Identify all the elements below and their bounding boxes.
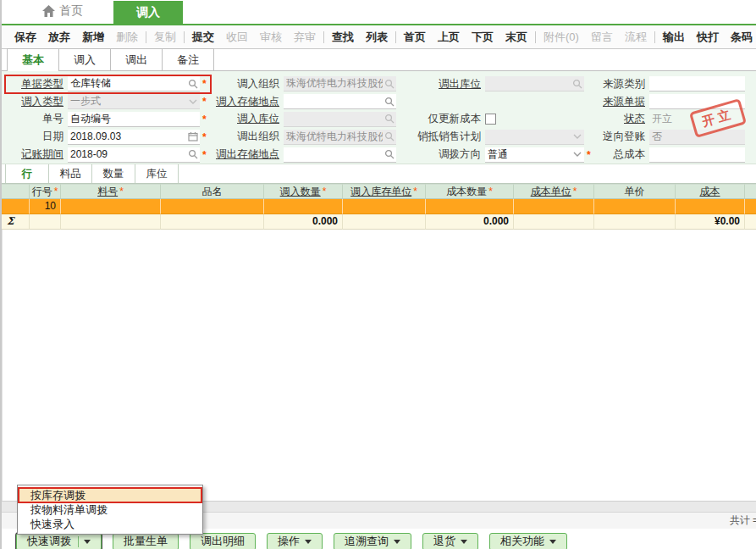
form-tab-strip: 基本调入调出备注 [2, 49, 756, 71]
form-tab-0[interactable]: 基本 [7, 48, 59, 70]
grid-header-qty_in[interactable]: 调入数量* [264, 184, 343, 199]
form-tab-3[interactable]: 备注 [162, 48, 214, 70]
toolbar-discard-button[interactable]: 放弃 [42, 30, 76, 45]
date-row: 日期2018.09.03* [5, 128, 211, 146]
toolbar-last-page-button[interactable]: 末页 [499, 30, 533, 45]
grid-header-row: 行号*料号*品名调入数量*调入库存单位*成本数量*成本单位*单价成本 [2, 184, 756, 199]
grid-header-unit_price[interactable]: 单价 [594, 184, 676, 199]
offset-sales-plan-field [485, 130, 584, 145]
toolbar-quick-print-button[interactable]: 快打 [691, 30, 725, 45]
transfer-out-detail-button[interactable]: 调出明细 [190, 533, 256, 549]
accounting-period-field[interactable]: 2018-09 [68, 147, 200, 163]
search-icon[interactable] [384, 149, 395, 159]
grid-sum-cost_qty: 0.000 [426, 214, 514, 230]
toolbar-find-button[interactable]: 查找 [326, 30, 360, 45]
toolbar-submit-button[interactable]: 提交 [186, 30, 220, 45]
grid-tab-0[interactable]: 行 [5, 164, 49, 183]
required-marker: * [119, 186, 124, 197]
grid-header-item_no[interactable]: 料号* [61, 184, 161, 199]
toolbar-barcode-button[interactable]: 条码 [725, 30, 756, 45]
grid-tab-2[interactable]: 数量 [91, 164, 135, 183]
grid-header-cost_qty[interactable]: 成本数量* [426, 184, 514, 199]
grid-cell-extra[interactable] [745, 199, 756, 214]
grid-cell-cost_qty[interactable] [426, 199, 514, 214]
required-marker: * [202, 78, 209, 90]
toolbar-list-button[interactable]: 列表 [360, 30, 394, 45]
only-update-cost-checkbox[interactable] [485, 114, 496, 125]
toolbar-message-button: 留言 [585, 30, 619, 45]
grid-tab-3[interactable]: 库位 [135, 164, 179, 183]
related-functions-button[interactable]: 相关功能 [489, 533, 567, 549]
out-storage-location-row: 调出存储地点 [211, 146, 407, 164]
chevron-down-icon [572, 131, 582, 141]
form-tab-1[interactable]: 调入 [58, 48, 111, 70]
required-marker: * [202, 149, 209, 161]
out-org-value: 珠海优特电力科技股份有 [286, 130, 383, 144]
required-marker: * [54, 186, 58, 197]
grid-cell-sel[interactable] [2, 199, 30, 214]
operation-button[interactable]: 操作 [267, 533, 323, 549]
in-storage-location-field[interactable] [284, 94, 396, 109]
grid-header-label: 调入数量 [280, 186, 321, 197]
menu-item-transfer-by-bom[interactable]: 按物料清单调拨 [19, 502, 201, 517]
form-tab-2[interactable]: 调出 [110, 48, 163, 70]
grid-tab-strip: 行料品数量库位 [2, 164, 756, 184]
search-icon [384, 79, 395, 89]
grid-header-line_no[interactable]: 行号* [30, 184, 61, 199]
home-tab[interactable]: 首页 [2, 3, 93, 24]
return-goods-button[interactable]: 退货 [422, 533, 478, 549]
top-tab-bar: 首页 调入 [2, 0, 756, 25]
total-cost-field[interactable] [649, 147, 745, 163]
toolbar-separator [146, 31, 146, 43]
grid-cell-item_name[interactable] [161, 199, 264, 214]
search-icon[interactable] [384, 97, 395, 107]
doc-type-field[interactable]: 仓库转储 [68, 76, 200, 92]
trace-query-button[interactable]: 追溯查询 [334, 533, 411, 549]
grid-header-item_name[interactable]: 品名 [161, 184, 264, 199]
grid-tab-1[interactable]: 料品 [48, 164, 92, 183]
home-tab-label: 首页 [59, 3, 83, 19]
menu-item-transfer-by-inventory[interactable]: 按库存调拨 [19, 488, 201, 502]
doc-no-field[interactable]: 自动编号 [68, 112, 200, 127]
source-type-row: 来源类别 [595, 75, 756, 93]
transfer-out-detail-button-label: 调出明细 [201, 534, 245, 549]
in-storage-location-label: 调入存储地点 [211, 95, 284, 109]
grid-sum-cost_unit [514, 214, 594, 230]
search-icon[interactable] [188, 149, 198, 159]
grid-cell-line_no[interactable]: 10 [30, 199, 61, 214]
toolbar-export-button[interactable]: 输出 [657, 30, 691, 45]
grid-cell-cost[interactable] [676, 199, 745, 214]
grid-header-unit_in[interactable]: 调入库存单位* [343, 184, 426, 199]
grid-cell-unit_price[interactable] [594, 199, 676, 214]
form-column-1: 单据类型仓库转储*调入类型一步式*单号自动编号*日期2018.09.03*记账期… [5, 75, 211, 164]
grid-sum-item_name [161, 214, 264, 230]
toolbar-first-page-button[interactable]: 首页 [398, 30, 432, 45]
grid-cell-item_no[interactable] [61, 199, 161, 214]
toolbar-save-button[interactable]: 保存 [8, 30, 42, 45]
toolbar-next-page-button[interactable]: 下页 [466, 30, 499, 45]
grid-cell-cost_unit[interactable] [514, 199, 594, 214]
grid-selected-row[interactable]: 10 [2, 199, 756, 214]
toolbar-audit-button: 审核 [254, 30, 288, 45]
calendar-icon[interactable] [188, 131, 198, 141]
chevron-down-icon[interactable] [572, 149, 582, 159]
date-field[interactable]: 2018.09.03 [68, 130, 200, 145]
toolbar-prev-page-button[interactable]: 上页 [432, 30, 466, 45]
transfer-direction-field[interactable]: 普通 [485, 147, 584, 163]
grid-cell-qty_in[interactable] [264, 199, 343, 214]
grid-header-cost_unit[interactable]: 成本单位* [514, 184, 594, 199]
grid-cell-unit_in[interactable] [343, 199, 426, 214]
search-icon[interactable] [188, 79, 198, 89]
out-bin-label: 调出库位 [407, 77, 485, 92]
required-marker: * [202, 114, 209, 125]
grid-sum-line_no [30, 214, 61, 230]
toolbar-add-button[interactable]: 新增 [76, 30, 110, 45]
menu-item-quick-entry[interactable]: 快速录入 [19, 517, 201, 531]
batch-generate-button[interactable]: 批量生单 [113, 533, 179, 549]
grid-header-cost[interactable]: 成本 [676, 184, 745, 199]
source-type-field[interactable] [649, 76, 745, 92]
out-storage-location-field[interactable] [284, 147, 396, 163]
active-document-tab[interactable]: 调入 [113, 1, 183, 24]
quick-transfer-button[interactable]: 快速调拨 [16, 533, 102, 549]
grid-sum-unit_price [594, 214, 676, 230]
